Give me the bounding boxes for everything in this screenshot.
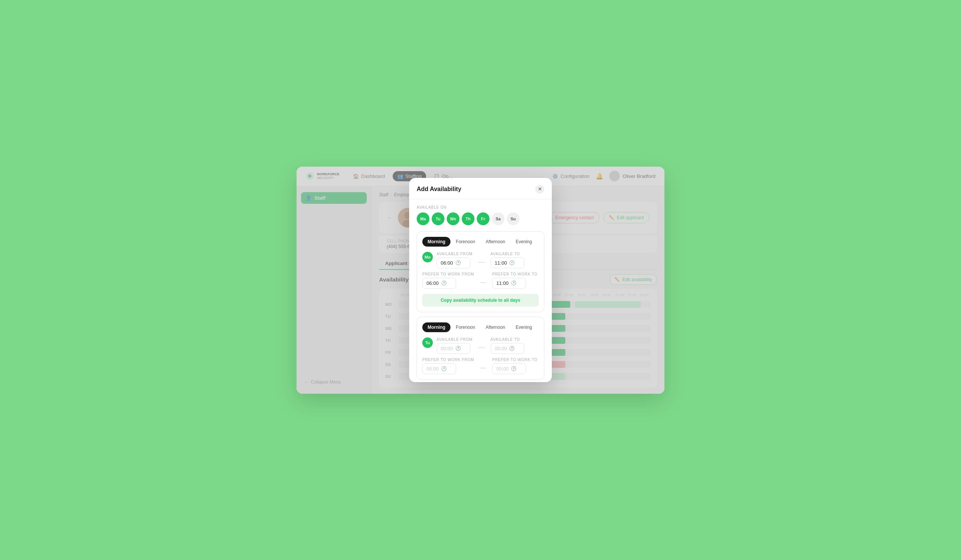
shift-tab-afternoon-mo[interactable]: Afternoon	[480, 237, 511, 247]
time-separator-2: —	[480, 279, 486, 286]
clock-icon-4: 🕐	[511, 280, 516, 286]
prefer-from-input-mo[interactable]: 06:00 🕐	[422, 278, 456, 289]
modal-header: Add Availability ✕	[409, 178, 552, 199]
shift-tab-evening-tu[interactable]: Evening	[511, 323, 537, 332]
clock-icon-3: 🕐	[441, 280, 447, 286]
shift-tab-morning-tu[interactable]: Morning	[422, 323, 450, 332]
available-on-label: AVAILABLE ON	[417, 205, 544, 209]
shift-card-tu: Morning Forenoon Afternoon Evening Tu AV…	[417, 317, 544, 380]
avail-time-row-tu: Tu AVAILABLE FROM 00:00 🕐	[422, 337, 539, 354]
day-pills: Ma Tu We Th Fr Sa Su	[417, 212, 544, 225]
prefer-to-group-tu: PREFER TO WORK TO 00:00 🕐	[492, 358, 538, 374]
modal-backdrop: Add Availability ✕ AVAILABLE ON Ma Tu We…	[297, 167, 664, 394]
prefer-from-group-tu: PREFER TO WORK FROM 00:00 🕐	[422, 358, 474, 374]
clock-icon-6: 🕐	[509, 346, 515, 351]
shift-tab-forenoon-tu[interactable]: Forenoon	[450, 323, 480, 332]
prefer-from-input-tu[interactable]: 00:00 🕐	[422, 363, 456, 374]
prefer-from-group-mo: PREFER TO WORK FROM 06:00 🕐	[422, 272, 474, 289]
prefer-to-input-mo[interactable]: 11:00 🕐	[492, 278, 526, 289]
shift-tabs-tu: Morning Forenoon Afternoon Evening	[422, 323, 539, 332]
day-pill-th[interactable]: Th	[462, 212, 474, 225]
shift-tabs-mo: Morning Forenoon Afternoon Evening	[422, 237, 539, 247]
avail-to-group-mo: AVAILABLE TO 11:00 🕐	[491, 252, 524, 268]
prefer-to-input-tu[interactable]: 00:00 🕐	[492, 363, 526, 374]
day-pill-we[interactable]: We	[447, 212, 460, 225]
modal-title: Add Availability	[417, 186, 461, 193]
shift-tab-forenoon-mo[interactable]: Forenoon	[450, 237, 480, 247]
add-availability-modal: Add Availability ✕ AVAILABLE ON Ma Tu We…	[409, 178, 552, 382]
day-pill-ma[interactable]: Ma	[417, 212, 429, 225]
prefer-work-row-tu: PREFER TO WORK FROM 00:00 🕐 — PREFER TO …	[422, 358, 539, 374]
clock-icon-8: 🕐	[511, 366, 516, 371]
prefer-work-row-mo: PREFER TO WORK FROM 06:00 🕐 — PREFER TO …	[422, 272, 539, 289]
avail-from-input-mo[interactable]: 06:00 🕐	[437, 257, 470, 268]
day-pill-sa[interactable]: Sa	[492, 212, 505, 225]
day-pill-fr[interactable]: Fr	[477, 212, 490, 225]
avail-from-group-tu: AVAILABLE FROM 00:00 🕐	[437, 337, 472, 354]
modal-body: AVAILABLE ON Ma Tu We Th Fr Sa Su Mornin…	[409, 199, 552, 382]
day-pill-su[interactable]: Su	[507, 212, 519, 225]
tu-badge: Tu	[422, 337, 433, 348]
avail-time-row-mo: Mo AVAILABLE FROM 06:00 🕐	[422, 252, 539, 268]
day-pill-tu[interactable]: Tu	[432, 212, 445, 225]
clock-icon-7: 🕐	[441, 366, 447, 371]
prefer-to-group-mo: PREFER TO WORK TO 11:00 🕐	[492, 272, 538, 289]
mo-badge: Mo	[422, 252, 433, 262]
avail-from-input-tu[interactable]: 00:00 🕐	[437, 343, 470, 354]
clock-icon: 🕐	[455, 260, 461, 265]
app-container: WORKFORCE VELOCITY 🏠 Dashboard 👥 Staffin…	[297, 167, 664, 394]
copy-schedule-button[interactable]: Copy availability schedule to all days	[422, 294, 539, 306]
clock-icon-5: 🕐	[455, 346, 461, 351]
shift-card-mo: Morning Forenoon Afternoon Evening Mo AV…	[417, 231, 544, 312]
avail-to-input-mo[interactable]: 11:00 🕐	[491, 257, 524, 268]
avail-from-group-mo: AVAILABLE FROM 06:00 🕐	[437, 252, 472, 268]
time-separator: —	[479, 258, 485, 265]
shift-tab-afternoon-tu[interactable]: Afternoon	[480, 323, 511, 332]
modal-close-button[interactable]: ✕	[535, 185, 544, 194]
shift-tab-morning-mo[interactable]: Morning	[422, 237, 450, 247]
avail-to-group-tu: AVAILABLE TO 00:00 🕐	[491, 337, 524, 354]
shift-tab-evening-mo[interactable]: Evening	[511, 237, 537, 247]
clock-icon-2: 🕐	[509, 260, 515, 265]
avail-to-input-tu[interactable]: 00:00 🕐	[491, 343, 524, 354]
